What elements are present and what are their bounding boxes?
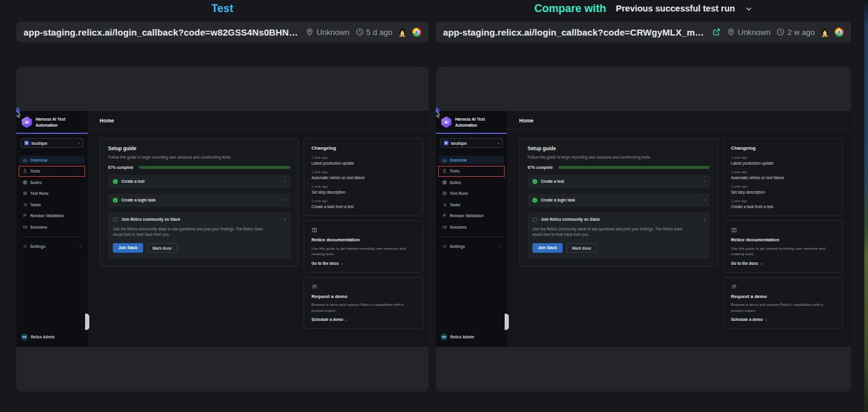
- request-demo-title: Request a demo: [311, 294, 415, 299]
- sidebar-collapse-handle[interactable]: ‹: [85, 314, 89, 330]
- app-main: Home Setup guide Follow this guide to be…: [507, 111, 851, 347]
- sidebar-item-suites[interactable]: Suites: [19, 178, 85, 186]
- changelog-card: Changelog 1 year ago Latest production u…: [304, 138, 423, 216]
- task-create-a-login-task[interactable]: ✓ Create a login task ›: [108, 194, 290, 207]
- changelog-entry: 1 year ago Create a task from a test: [311, 199, 415, 209]
- sidebar-item-release-validation[interactable]: Release Validation: [439, 212, 504, 220]
- join-slack-button[interactable]: Join Slack: [532, 243, 563, 253]
- changelog-title: Changelog: [731, 145, 835, 151]
- request-demo-card: Request a demo Request a demo and explor…: [304, 277, 423, 329]
- compare-selection[interactable]: Previous successful test run: [616, 4, 735, 13]
- flask-icon: [442, 169, 447, 173]
- task-join-slack-header[interactable]: Join Relicx community on Slack ›: [532, 217, 705, 222]
- sidebar-item-sessions[interactable]: Sessions: [19, 223, 85, 231]
- brand-divider: [16, 133, 88, 134]
- flask-icon: [23, 169, 27, 173]
- project-name: boutique: [31, 141, 48, 145]
- sidebar-item-sessions[interactable]: Sessions: [439, 223, 504, 231]
- go-to-docs-link[interactable]: Go to the docs →: [731, 261, 835, 265]
- brand-name: Harness AI TestAutomation: [36, 116, 65, 128]
- app-main: Home Setup guide Follow this guide to be…: [88, 111, 429, 347]
- brand: AI Harness AI TestAutomation: [16, 111, 88, 133]
- schedule-demo-link[interactable]: Schedule a demo →: [731, 317, 835, 322]
- progress-label: 67% complete: [528, 165, 553, 170]
- test-runs-icon: [442, 191, 447, 195]
- changelog-entry: 1 year ago Set step description: [311, 185, 415, 194]
- join-slack-button[interactable]: Join Slack: [113, 243, 143, 253]
- request-demo-description: Request a demo and explore Relicx's capa…: [731, 302, 835, 313]
- sidebar-item-suites[interactable]: Suites: [439, 178, 504, 186]
- app-sidebar: AI Harness AI TestAutomation B boutique …: [16, 111, 88, 347]
- task-join-slack-header[interactable]: Join Relicx community on Slack ›: [113, 217, 286, 222]
- setup-guide-title: Setup guide: [108, 146, 290, 151]
- user-menu[interactable]: RA Relicx Admin: [16, 334, 88, 347]
- documentation-title: Relicx documentation: [731, 237, 835, 242]
- mark-done-button[interactable]: Mark done: [567, 243, 597, 253]
- request-demo-card: Request a demo Request a demo and explor…: [723, 277, 843, 329]
- task-join-slack: Join Relicx community on Slack › Join th…: [528, 212, 710, 259]
- sidebar-item-tests[interactable]: Tests: [19, 167, 85, 176]
- chevron-down-icon: ›: [282, 218, 287, 220]
- project-badge: B: [444, 141, 448, 145]
- video-icon: [442, 225, 447, 229]
- request-demo-title: Request a demo: [731, 294, 835, 299]
- task-create-a-login-task[interactable]: ✓ Create a login task ›: [528, 194, 710, 207]
- project-name: boutique: [451, 141, 467, 145]
- sidebar-divider: [439, 236, 503, 237]
- chrome-icon: [412, 28, 421, 37]
- changelog-entry: 1 year ago Latest production update: [731, 156, 835, 165]
- documentation-title: Relicx documentation: [311, 237, 415, 242]
- setup-guide-card: Setup guide Follow this guide to begin r…: [519, 138, 718, 267]
- user-name: Relicx Admin: [31, 335, 55, 339]
- changelog-card: Changelog 1 year ago Latest production u…: [723, 138, 843, 216]
- documentation-description: Use this guide to get started recording …: [311, 246, 415, 257]
- check-circle-icon: ✓: [113, 179, 118, 184]
- sidebar-item-settings[interactable]: Settings ›: [439, 242, 504, 251]
- sidebar-item-release-validation[interactable]: Release Validation: [19, 212, 85, 220]
- location-pin-icon: [305, 28, 314, 36]
- task-create-a-test[interactable]: ✓ Create a test ›: [108, 175, 290, 188]
- home-icon: [442, 158, 447, 162]
- url-text: app-staging.relicx.ai/login_callback?cod…: [24, 27, 300, 37]
- linux-tux-icon: [398, 28, 406, 37]
- sidebar-item-test-runs[interactable]: Test Runs: [19, 189, 85, 198]
- check-circle-icon: ✓: [532, 179, 537, 184]
- sidebar-item-test-runs[interactable]: Test Runs: [439, 189, 504, 198]
- compare-screenshot-panel: AI Harness AI TestAutomation B boutique …: [436, 67, 851, 391]
- clock-icon: [776, 28, 785, 36]
- sidebar-item-overview[interactable]: Overview: [19, 156, 85, 164]
- project-selector[interactable]: B boutique ›: [440, 138, 503, 148]
- sidebar-item-tasks[interactable]: Tasks: [19, 200, 85, 209]
- grid-icon: [23, 180, 27, 185]
- unchecked-circle-icon: [532, 217, 537, 222]
- sidebar-nav: Overview Tests Suites Test Runs Tasks: [19, 156, 85, 231]
- sidebar-divider: [20, 236, 84, 237]
- task-join-slack: Join Relicx community on Slack › Join th…: [108, 212, 290, 259]
- sidebar-collapse-handle[interactable]: ‹: [505, 314, 509, 330]
- mark-done-button[interactable]: Mark done: [147, 243, 177, 253]
- chevron-down-icon[interactable]: [745, 5, 753, 13]
- progress-bar: [558, 166, 710, 169]
- sidebar-item-overview[interactable]: Overview: [439, 156, 504, 164]
- age-meta: 5 d ago: [356, 28, 392, 37]
- sidebar-item-settings[interactable]: Settings ›: [19, 242, 85, 251]
- task-create-a-test[interactable]: ✓ Create a test ›: [528, 175, 710, 188]
- app-screenshot-frame: AI Harness AI TestAutomation B boutique …: [436, 111, 848, 347]
- progress-bar: [139, 166, 290, 169]
- go-to-docs-link[interactable]: Go to the docs →: [311, 261, 415, 265]
- changelog-entry: 1 year ago Set step description: [731, 185, 835, 194]
- project-selector[interactable]: B boutique ›: [21, 138, 83, 148]
- sidebar-item-tasks[interactable]: Tasks: [439, 200, 504, 209]
- sidebar-item-tests[interactable]: Tests: [439, 167, 504, 176]
- environment-meta: Unknown: [727, 28, 770, 37]
- book-icon: [731, 227, 737, 233]
- chrome-icon: [835, 28, 844, 37]
- changelog-entry: 1 year ago Latest production update: [311, 156, 415, 165]
- chevron-right-icon: ›: [284, 179, 286, 184]
- user-menu[interactable]: RA Relicx Admin: [436, 334, 507, 347]
- external-link-icon[interactable]: [712, 28, 721, 36]
- schedule-demo-link[interactable]: Schedule a demo →: [311, 317, 415, 322]
- chevron-right-icon: ›: [704, 198, 706, 203]
- video-icon: [23, 225, 27, 229]
- people-icon: [731, 284, 737, 290]
